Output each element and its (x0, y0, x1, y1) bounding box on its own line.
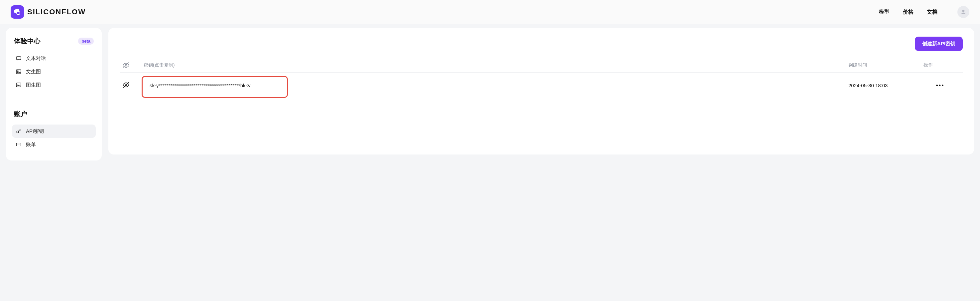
beta-badge: beta (78, 38, 94, 45)
create-api-key-button[interactable]: 创建新API密钥 (915, 37, 963, 51)
column-header-key: 密钥(点击复制) (143, 62, 843, 68)
sidebar-item-label: 文生图 (26, 69, 41, 75)
image-icon (15, 68, 22, 75)
sidebar-section-account-header: 账户 (12, 108, 96, 125)
app-header: SILICONFLOW 模型 价格 文档 (0, 0, 980, 24)
svg-rect-6 (16, 143, 21, 146)
main-panel: 创建新API密钥 密钥(点击复制) 创建时间 操作 (108, 28, 974, 154)
eye-off-icon (123, 81, 130, 88)
logo-mark-icon (11, 5, 24, 19)
visibility-column-header (123, 62, 138, 69)
sidebar: 体验中心 beta 文本对话 文生图 图生图 账户 (6, 28, 102, 160)
api-key-masked[interactable]: sk-y************************************… (143, 78, 257, 93)
svg-point-5 (17, 131, 19, 133)
sidebar-item-text-chat[interactable]: 文本对话 (12, 51, 96, 65)
eye-off-icon (123, 62, 130, 69)
sidebar-item-label: 文本对话 (26, 55, 46, 62)
svg-rect-1 (16, 57, 21, 59)
img2img-icon (15, 82, 22, 88)
toggle-visibility-button[interactable] (123, 81, 130, 90)
sidebar-item-img2img[interactable]: 图生图 (12, 78, 96, 91)
brand-logo[interactable]: SILICONFLOW (11, 5, 86, 19)
svg-point-3 (17, 70, 18, 72)
avatar[interactable] (958, 6, 969, 18)
svg-point-0 (17, 11, 20, 14)
sidebar-item-label: 图生图 (26, 82, 41, 88)
sidebar-item-text2img[interactable]: 文生图 (12, 65, 96, 78)
header-nav: 模型 价格 文档 (879, 6, 969, 18)
table-header: 密钥(点击复制) 创建时间 操作 (120, 58, 963, 73)
brand-name: SILICONFLOW (27, 8, 86, 16)
sidebar-item-label: 账单 (26, 141, 36, 148)
dots-horizontal-icon: ••• (936, 82, 945, 89)
sidebar-item-billing[interactable]: 账单 (12, 138, 96, 151)
sidebar-section-experience-title: 体验中心 (14, 37, 41, 46)
user-icon (960, 9, 967, 15)
nav-link-docs[interactable]: 文档 (927, 9, 937, 16)
sidebar-item-api-keys[interactable]: API密钥 (12, 125, 96, 138)
table-row: sk-y************************************… (120, 73, 963, 98)
row-actions-button[interactable]: ••• (934, 80, 947, 91)
sidebar-item-label: API密钥 (26, 128, 44, 134)
card-icon (15, 141, 22, 148)
key-icon (15, 128, 22, 134)
column-header-created: 创建时间 (848, 62, 915, 68)
column-header-action: 操作 (920, 62, 960, 68)
nav-link-models[interactable]: 模型 (879, 9, 889, 16)
chat-icon (15, 55, 22, 62)
sidebar-section-experience-header: 体验中心 beta (12, 35, 96, 51)
sidebar-section-account-title: 账户 (14, 110, 27, 118)
api-keys-table: 密钥(点击复制) 创建时间 操作 sk-y****************** (120, 58, 963, 98)
nav-link-pricing[interactable]: 价格 (903, 9, 913, 16)
created-at-cell: 2024-05-30 18:03 (848, 83, 915, 88)
